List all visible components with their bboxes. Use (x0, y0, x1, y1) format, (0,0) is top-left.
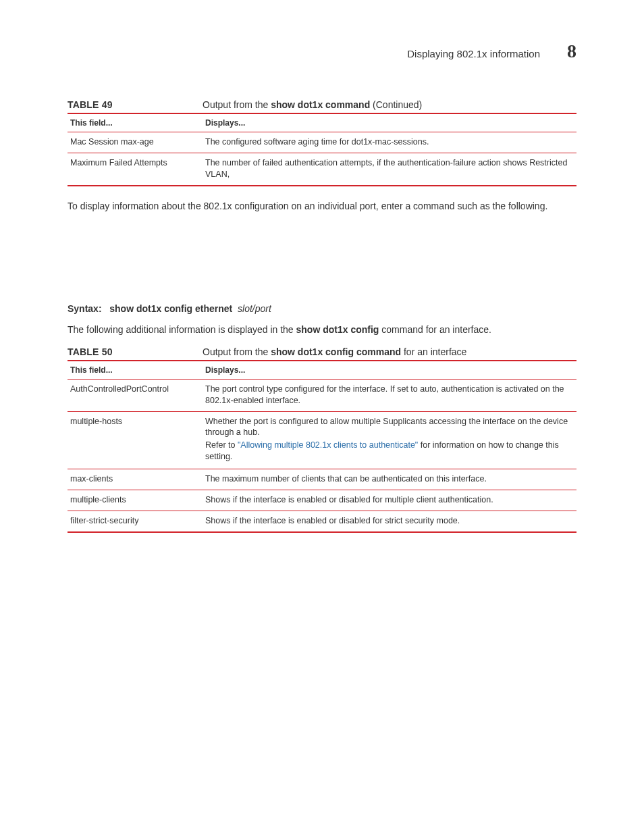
table50-r2-d2-pre: Refer to (205, 440, 238, 450)
table49-caption-pre: Output from the (203, 99, 271, 110)
table50-r2-desc-p2: Refer to "Allowing multiple 802.1x clien… (205, 440, 574, 463)
table49-r2-field: Maximum Failed Attempts (68, 153, 203, 185)
table49-head-col1: This field... (68, 113, 203, 132)
table-row: multiple-hosts Whether the port is confi… (68, 411, 576, 469)
table-row: filter-strict-security Shows if the inte… (68, 511, 576, 531)
syntax-line: Syntax: show dot1x config ethernet slot/… (68, 303, 576, 314)
table49-caption-post: (Continued) (370, 99, 422, 110)
table50-caption-pre: Output from the (203, 346, 271, 357)
table49-r2-desc: The number of failed authentication atte… (203, 153, 576, 185)
table50-caption-post: for an interface (401, 346, 466, 357)
table50-r2-desc-p1: Whether the port is configured to allow … (205, 416, 574, 439)
table-row: Mac Session max-age The configured softw… (68, 132, 576, 153)
table50-r3-field: max-clients (68, 469, 203, 490)
table49-caption-text: Output from the show dot1x command (Cont… (203, 99, 422, 110)
table-row: max-clients The maximum number of client… (68, 469, 576, 490)
table50-r4-field: multiple-clients (68, 490, 203, 511)
para2-post: command for an interface. (379, 324, 491, 335)
page-header: Displaying 802.1x information 8 (68, 41, 576, 62)
syntax-arg: slot/port (238, 303, 271, 314)
table49-r1-field: Mac Session max-age (68, 132, 203, 153)
table50-caption-bold: show dot1x config command (271, 346, 401, 357)
table49-label: TABLE 49 (68, 99, 203, 110)
table-row: multiple-clients Shows if the interface … (68, 490, 576, 511)
paragraph-2: The following additional information is … (68, 323, 576, 337)
table50-r4-desc: Shows if the interface is enabled or dis… (203, 490, 576, 511)
paragraph-1: To display information about the 802.1x … (68, 200, 576, 213)
table50-caption: TABLE 50 Output from the show dot1x conf… (68, 346, 576, 357)
table50-r2-field: multiple-hosts (68, 411, 203, 469)
table50-caption-text: Output from the show dot1x config comman… (203, 346, 466, 357)
table50-r3-desc: The maximum number of clients that can b… (203, 469, 576, 490)
table49-caption-bold: show dot1x command (271, 99, 370, 110)
table50-r5-desc: Shows if the interface is enabled or dis… (203, 511, 576, 531)
table50-head-col1: This field... (68, 361, 203, 380)
table50-r1-field: AuthControlledPortControl (68, 379, 203, 411)
table-row: AuthControlledPortControl The port contr… (68, 379, 576, 411)
table50-label: TABLE 50 (68, 346, 203, 357)
syntax-label: Syntax: (68, 303, 102, 314)
table50-r1-desc: The port control type configured for the… (203, 379, 576, 411)
table50-head-col2: Displays... (203, 361, 576, 380)
table50-r5-field: filter-strict-security (68, 511, 203, 531)
table50-r2-desc: Whether the port is configured to allow … (203, 411, 576, 469)
chapter-number: 8 (567, 41, 576, 62)
syntax-command: show dot1x config ethernet (109, 303, 232, 314)
para2-bold: show dot1x config (296, 324, 379, 335)
table49-r1-desc: The configured software aging time for d… (203, 132, 576, 153)
table49-caption: TABLE 49 Output from the show dot1x comm… (68, 99, 576, 110)
para2-pre: The following additional information is … (68, 324, 296, 335)
table-row: Maximum Failed Attempts The number of fa… (68, 153, 576, 185)
spacer (68, 222, 576, 303)
table49-head-col2: Displays... (203, 113, 576, 132)
table49: This field... Displays... Mac Session ma… (68, 113, 576, 186)
table50-r2-d2-link[interactable]: "Allowing multiple 802.1x clients to aut… (238, 440, 418, 450)
header-title: Displaying 802.1x information (407, 48, 540, 59)
table50: This field... Displays... AuthControlled… (68, 360, 576, 533)
